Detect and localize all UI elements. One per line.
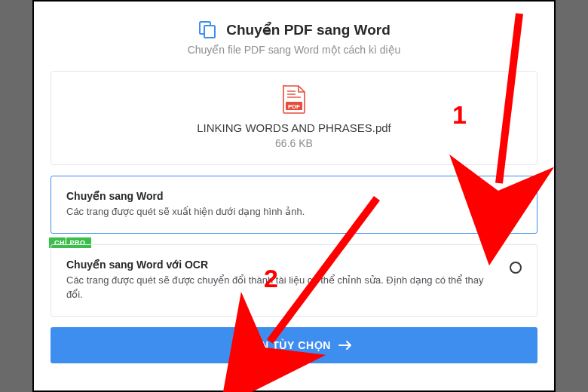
pdf-file-icon: PDF [282,85,306,114]
option-description: Các trang được quét sẽ xuất hiện dưới dạ… [66,205,492,219]
dialog-header: Chuyển PDF sang Word Chuyển file PDF san… [51,20,537,56]
option-description: Các trang được quét sẽ được chuyển đổi t… [66,274,492,302]
arrow-right-icon [338,341,352,350]
option-ocr-wrapper: CHỈ PRO Chuyển sang Word với OCR Các tra… [51,244,537,317]
option-title: Chuyển sang Word với OCR [66,259,492,271]
svg-rect-1 [204,26,215,38]
action-button-label: CHỌN TÙY CHỌN [236,339,331,351]
choose-option-button[interactable]: CHỌN TÙY CHỌN [51,327,537,363]
dialog-title: Chuyển PDF sang Word [226,21,390,38]
dialog-frame: Chuyển PDF sang Word Chuyển file PDF san… [32,0,556,392]
header-title-row: Chuyển PDF sang Word [51,20,537,39]
option-convert-to-word[interactable]: Chuyển sang Word Các trang được quét sẽ … [51,176,537,234]
radio-unselected[interactable] [510,262,522,274]
pdf-to-word-icon [198,20,217,39]
dialog-subtitle: Chuyển file PDF sang Word một cách kì di… [51,44,537,56]
option-convert-to-word-ocr[interactable]: Chuyển sang Word với OCR Các trang được … [51,244,537,317]
option-title: Chuyển sang Word [66,190,492,202]
radio-selected[interactable] [510,193,522,205]
file-size: 66.6 KB [51,137,537,149]
file-name: LINKING WORDS AND PHRASES.pdf [51,121,537,134]
file-info-box: PDF LINKING WORDS AND PHRASES.pdf 66.6 K… [51,71,537,165]
pdf-badge-text: PDF [288,103,300,110]
